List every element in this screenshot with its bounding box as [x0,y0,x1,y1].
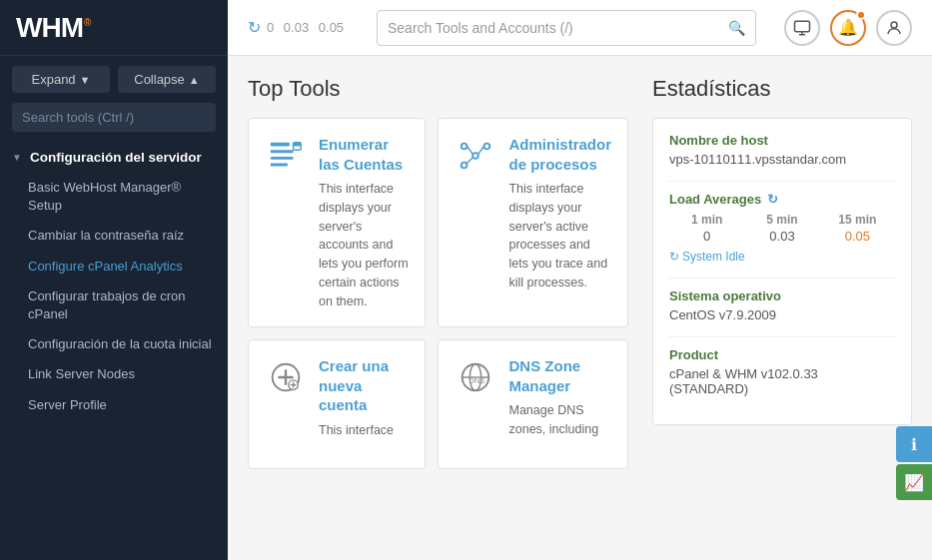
topbar-search-box[interactable]: 🔍 [377,10,756,46]
sidebar-item-cambiar-contrasena[interactable]: Cambiar la contraseña raíz [0,221,228,251]
topbar: ↻ 0 0.03 0.05 🔍 🔔 [228,0,932,56]
svg-point-3 [891,22,897,28]
load-avg-label: Load Averages [669,192,761,207]
load-1min-label: 1 min [669,213,744,227]
logo-area: WHM® [0,0,228,56]
monitor-icon [793,19,811,37]
stat-divider-3 [669,336,895,337]
tool-desc-procesos: This interface displays your server's ac… [508,180,611,292]
stat-divider-2 [669,278,895,279]
floating-chart-button[interactable]: 📈 [896,464,932,500]
svg-rect-4 [271,143,290,147]
process-icon [457,137,494,175]
system-idle-label: System Idle [682,250,745,264]
svg-text:DNS: DNS [469,376,485,385]
svg-point-12 [484,144,490,150]
load-5min-val: 0.03 [744,229,819,244]
floating-info-button[interactable]: ℹ [896,426,932,462]
system-idle: ↻ System Idle [669,250,895,264]
topbar-icons: 🔔 [784,10,912,46]
sidebar-item-server-profile[interactable]: Server Profile [0,390,228,420]
tool-info-enumerar: Enumerar las Cuentas This interface disp… [319,135,409,310]
svg-line-16 [467,158,473,164]
svg-rect-5 [271,150,294,153]
content-area: Top Tools Enu [228,56,932,560]
search-input[interactable] [388,20,728,36]
tool-icon-crear-wrap [265,356,307,398]
tools-title: Top Tools [248,76,628,102]
tool-name-procesos: Administrador de procesos [508,135,611,174]
collapse-button[interactable]: Collapse ▲ [118,66,216,93]
stats-title: Estadísticas [652,76,912,102]
expand-button[interactable]: Expand ▼ [12,66,110,93]
load-5min-label: 5 min [744,213,819,227]
hostname-group: Nombre de host vps-10110111.vpsstandar.c… [669,133,895,167]
sidebar: WHM® Expand ▼ Collapse ▲ ▼ Configuración… [0,0,228,560]
svg-point-10 [462,144,467,150]
load-avg-header: Load Averages ↻ [669,192,895,207]
sidebar-item-link-server-nodes[interactable]: Link Server Nodes [0,359,228,389]
collapse-icon: ▲ [189,74,200,86]
tools-grid: Enumerar las Cuentas This interface disp… [248,118,628,469]
sidebar-item-cuota-inicial[interactable]: Configuración de la cuota inicial [0,329,228,359]
expand-label: Expand [32,72,76,87]
tool-info-crear: Crear una nueva cuenta This interface [319,356,409,452]
load-refresh-icon[interactable]: ↻ [767,192,778,207]
add-account-icon [267,358,305,396]
svg-point-13 [462,163,467,169]
logo: WHM® [16,12,90,44]
tool-info-dns: DNS Zone Manager Manage DNS zones, inclu… [508,356,611,452]
notification-dot [856,10,866,20]
load-avg-group: Load Averages ↻ 1 min 0 5 min 0.03 [669,192,895,264]
sidebar-section-label: Configuración del servidor [30,150,202,165]
sidebar-item-basic-webhost[interactable]: Basic WebHost Manager® Setup [0,173,228,221]
tool-info-procesos: Administrador de procesos This interface… [508,135,611,310]
stats-card: Nombre de host vps-10110111.vpsstandar.c… [652,118,912,425]
os-value: CentOS v7.9.2009 [669,307,895,322]
svg-rect-6 [271,157,294,160]
tool-card-dns[interactable]: DNS DNS Zone Manager Manage DNS zones, i… [438,339,628,469]
list-icon [267,137,305,175]
os-group: Sistema operativo CentOS v7.9.2009 [669,288,895,322]
sidebar-btn-row: Expand ▼ Collapse ▲ [0,56,228,103]
tool-card-procesos[interactable]: Administrador de procesos This interface… [438,118,628,327]
tool-desc-crear: This interface [319,421,409,440]
sidebar-item-configure-cpanel[interactable]: Configure cPanel Analytics [0,252,228,281]
load-15min-col: 15 min 0.05 [820,213,895,244]
hostname-value: vps-10110111.vpsstandar.com [669,152,895,167]
tool-desc-dns: Manage DNS zones, including [508,401,611,439]
tool-icon-enumerar-wrap [265,135,307,177]
sidebar-item-configurar-cron[interactable]: Configurar trabajos de cron cPanel [0,281,228,329]
hostname-label: Nombre de host [669,133,895,148]
load-1min-val: 0 [669,229,744,244]
product-group: Product cPanel & WHM v102.0.33 (STANDARD… [669,347,895,396]
sidebar-section-configuracion[interactable]: ▼ Configuración del servidor [0,142,228,173]
user-icon-button[interactable] [876,10,912,46]
tool-icon-procesos-wrap [455,135,496,177]
logo-registered: ® [84,17,90,28]
load-15min-val: 0.05 [820,229,895,244]
sidebar-search-input[interactable] [12,103,216,132]
user-icon [885,19,903,37]
product-label: Product [669,347,895,362]
tool-card-enumerar[interactable]: Enumerar las Cuentas This interface disp… [248,118,426,327]
refresh-icon[interactable]: ↻ [248,18,261,37]
tool-icon-dns-wrap: DNS [455,356,496,398]
bell-icon-button[interactable]: 🔔 [830,10,866,46]
expand-icon: ▼ [80,74,91,86]
tool-card-crear-cuenta[interactable]: Crear una nueva cuenta This interface [248,339,426,469]
svg-rect-0 [795,21,810,32]
load-cols: 1 min 0 5 min 0.03 15 min 0.05 [669,213,895,244]
load15: 0.05 [319,20,344,35]
main-content: ↻ 0 0.03 0.05 🔍 🔔 [228,0,932,560]
collapse-label: Collapse [134,72,185,87]
load-15min-label: 15 min [820,213,895,227]
tool-name-crear: Crear una nueva cuenta [319,356,409,415]
search-button[interactable]: 🔍 [728,20,745,36]
bell-icon: 🔔 [838,18,858,37]
load5: 0.03 [284,20,309,35]
stats-section: Estadísticas Nombre de host vps-10110111… [652,76,912,540]
load-5min-col: 5 min 0.03 [744,213,819,244]
screen-icon-button[interactable] [784,10,820,46]
system-idle-icon: ↻ [669,250,679,264]
